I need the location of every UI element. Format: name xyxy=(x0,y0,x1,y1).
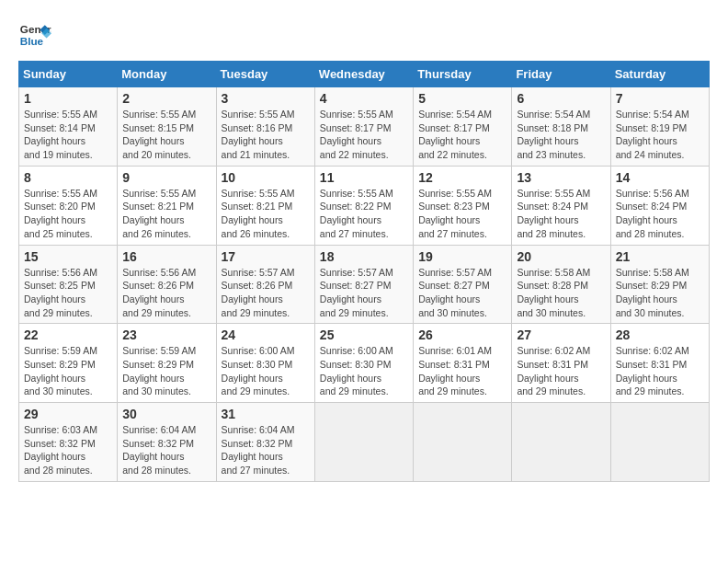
day-number: 26 xyxy=(418,327,506,342)
calendar-day-cell: 30 Sunrise: 6:04 AM Sunset: 8:32 PM Dayl… xyxy=(118,403,216,482)
calendar-day-cell: 20 Sunrise: 5:58 AM Sunset: 8:28 PM Dayl… xyxy=(512,245,610,324)
day-number: 4 xyxy=(320,91,408,106)
calendar-day-cell: 4 Sunrise: 5:55 AM Sunset: 8:17 PM Dayli… xyxy=(314,87,413,167)
day-info: Sunrise: 5:58 AM Sunset: 8:28 PM Dayligh… xyxy=(517,266,605,320)
calendar-day-cell: 11 Sunrise: 5:55 AM Sunset: 8:22 PM Dayl… xyxy=(314,166,413,245)
day-number: 11 xyxy=(320,170,408,185)
day-info: Sunrise: 5:56 AM Sunset: 8:26 PM Dayligh… xyxy=(122,266,210,320)
calendar-day-cell: 9 Sunrise: 5:55 AM Sunset: 8:21 PM Dayli… xyxy=(118,166,216,245)
day-number: 22 xyxy=(24,327,112,342)
calendar-day-cell: 28 Sunrise: 6:02 AM Sunset: 8:31 PM Dayl… xyxy=(610,324,709,403)
calendar-day-cell: 18 Sunrise: 5:57 AM Sunset: 8:27 PM Dayl… xyxy=(314,245,413,324)
weekday-header-thursday: Thursday xyxy=(414,62,512,87)
day-number: 5 xyxy=(418,91,506,106)
day-number: 29 xyxy=(24,407,112,421)
day-info: Sunrise: 5:57 AM Sunset: 8:27 PM Dayligh… xyxy=(320,266,408,320)
calendar-day-cell: 12 Sunrise: 5:55 AM Sunset: 8:23 PM Dayl… xyxy=(414,166,512,245)
day-info: Sunrise: 5:55 AM Sunset: 8:14 PM Dayligh… xyxy=(24,108,112,162)
calendar-day-cell: 15 Sunrise: 5:56 AM Sunset: 8:25 PM Dayl… xyxy=(19,245,118,324)
day-number: 18 xyxy=(320,249,408,264)
day-number: 6 xyxy=(517,91,605,106)
day-info: Sunrise: 5:55 AM Sunset: 8:23 PM Dayligh… xyxy=(418,187,506,241)
calendar-day-cell: 6 Sunrise: 5:54 AM Sunset: 8:18 PM Dayli… xyxy=(512,87,610,167)
day-number: 17 xyxy=(222,249,310,264)
calendar-day-cell: 14 Sunrise: 5:56 AM Sunset: 8:24 PM Dayl… xyxy=(610,166,709,245)
weekday-header-saturday: Saturday xyxy=(610,62,709,87)
day-info: Sunrise: 5:55 AM Sunset: 8:15 PM Dayligh… xyxy=(122,108,210,162)
day-number: 13 xyxy=(517,170,605,185)
calendar-week-row: 29 Sunrise: 6:03 AM Sunset: 8:32 PM Dayl… xyxy=(19,403,710,482)
day-number: 30 xyxy=(122,407,210,421)
calendar-day-cell xyxy=(512,403,610,482)
day-info: Sunrise: 5:55 AM Sunset: 8:20 PM Dayligh… xyxy=(24,187,112,241)
calendar-day-cell: 22 Sunrise: 5:59 AM Sunset: 8:29 PM Dayl… xyxy=(19,324,118,403)
calendar-day-cell: 27 Sunrise: 6:02 AM Sunset: 8:31 PM Dayl… xyxy=(512,324,610,403)
day-number: 1 xyxy=(24,91,112,106)
weekday-header-sunday: Sunday xyxy=(19,62,118,87)
logo: General Blue xyxy=(18,18,51,52)
day-info: Sunrise: 5:57 AM Sunset: 8:27 PM Dayligh… xyxy=(418,266,506,320)
day-info: Sunrise: 5:57 AM Sunset: 8:26 PM Dayligh… xyxy=(222,266,310,320)
calendar-day-cell: 13 Sunrise: 5:55 AM Sunset: 8:24 PM Dayl… xyxy=(512,166,610,245)
weekday-header-row: SundayMondayTuesdayWednesdayThursdayFrid… xyxy=(19,62,710,87)
day-number: 27 xyxy=(517,327,605,342)
day-info: Sunrise: 5:55 AM Sunset: 8:21 PM Dayligh… xyxy=(122,187,210,241)
day-info: Sunrise: 6:02 AM Sunset: 8:31 PM Dayligh… xyxy=(616,344,704,398)
day-info: Sunrise: 5:55 AM Sunset: 8:21 PM Dayligh… xyxy=(222,187,310,241)
calendar-week-row: 22 Sunrise: 5:59 AM Sunset: 8:29 PM Dayl… xyxy=(19,324,710,403)
weekday-header-monday: Monday xyxy=(118,62,216,87)
day-info: Sunrise: 5:56 AM Sunset: 8:24 PM Dayligh… xyxy=(616,187,704,241)
day-number: 9 xyxy=(122,170,210,185)
day-info: Sunrise: 5:58 AM Sunset: 8:29 PM Dayligh… xyxy=(616,266,704,320)
calendar-day-cell: 17 Sunrise: 5:57 AM Sunset: 8:26 PM Dayl… xyxy=(216,245,314,324)
day-info: Sunrise: 5:55 AM Sunset: 8:16 PM Dayligh… xyxy=(222,108,310,162)
calendar-day-cell: 29 Sunrise: 6:03 AM Sunset: 8:32 PM Dayl… xyxy=(19,403,118,482)
day-info: Sunrise: 5:55 AM Sunset: 8:17 PM Dayligh… xyxy=(320,108,408,162)
svg-text:Blue: Blue xyxy=(20,35,44,47)
weekday-header-tuesday: Tuesday xyxy=(216,62,314,87)
day-number: 3 xyxy=(222,91,310,106)
day-number: 7 xyxy=(616,91,704,106)
day-number: 23 xyxy=(122,327,210,342)
calendar-table: SundayMondayTuesdayWednesdayThursdayFrid… xyxy=(18,61,710,482)
calendar-week-row: 15 Sunrise: 5:56 AM Sunset: 8:25 PM Dayl… xyxy=(19,245,710,324)
calendar-day-cell: 7 Sunrise: 5:54 AM Sunset: 8:19 PM Dayli… xyxy=(610,87,709,167)
day-info: Sunrise: 5:54 AM Sunset: 8:17 PM Dayligh… xyxy=(418,108,506,162)
calendar-day-cell: 26 Sunrise: 6:01 AM Sunset: 8:31 PM Dayl… xyxy=(414,324,512,403)
page-header: General Blue xyxy=(18,18,710,52)
calendar-week-row: 8 Sunrise: 5:55 AM Sunset: 8:20 PM Dayli… xyxy=(19,166,710,245)
calendar-day-cell: 16 Sunrise: 5:56 AM Sunset: 8:26 PM Dayl… xyxy=(118,245,216,324)
day-info: Sunrise: 5:54 AM Sunset: 8:19 PM Dayligh… xyxy=(616,108,704,162)
day-number: 31 xyxy=(222,407,310,421)
calendar-day-cell: 25 Sunrise: 6:00 AM Sunset: 8:30 PM Dayl… xyxy=(314,324,413,403)
day-info: Sunrise: 6:03 AM Sunset: 8:32 PM Dayligh… xyxy=(24,423,112,477)
calendar-day-cell: 5 Sunrise: 5:54 AM Sunset: 8:17 PM Dayli… xyxy=(414,87,512,167)
calendar-day-cell: 24 Sunrise: 6:00 AM Sunset: 8:30 PM Dayl… xyxy=(216,324,314,403)
calendar-day-cell: 2 Sunrise: 5:55 AM Sunset: 8:15 PM Dayli… xyxy=(118,87,216,167)
day-info: Sunrise: 5:56 AM Sunset: 8:25 PM Dayligh… xyxy=(24,266,112,320)
day-info: Sunrise: 5:59 AM Sunset: 8:29 PM Dayligh… xyxy=(122,344,210,398)
day-number: 8 xyxy=(24,170,112,185)
day-number: 28 xyxy=(616,327,704,342)
calendar-day-cell xyxy=(610,403,709,482)
day-number: 14 xyxy=(616,170,704,185)
calendar-day-cell: 8 Sunrise: 5:55 AM Sunset: 8:20 PM Dayli… xyxy=(19,166,118,245)
day-number: 15 xyxy=(24,249,112,264)
day-info: Sunrise: 6:00 AM Sunset: 8:30 PM Dayligh… xyxy=(222,344,310,398)
day-number: 16 xyxy=(122,249,210,264)
calendar-day-cell: 31 Sunrise: 6:04 AM Sunset: 8:32 PM Dayl… xyxy=(216,403,314,482)
calendar-day-cell: 1 Sunrise: 5:55 AM Sunset: 8:14 PM Dayli… xyxy=(19,87,118,167)
day-number: 21 xyxy=(616,249,704,264)
day-number: 24 xyxy=(222,327,310,342)
day-info: Sunrise: 6:02 AM Sunset: 8:31 PM Dayligh… xyxy=(517,344,605,398)
day-info: Sunrise: 6:00 AM Sunset: 8:30 PM Dayligh… xyxy=(320,344,408,398)
day-info: Sunrise: 6:04 AM Sunset: 8:32 PM Dayligh… xyxy=(222,423,310,477)
day-number: 25 xyxy=(320,327,408,342)
calendar-day-cell: 3 Sunrise: 5:55 AM Sunset: 8:16 PM Dayli… xyxy=(216,87,314,167)
day-info: Sunrise: 6:04 AM Sunset: 8:32 PM Dayligh… xyxy=(122,423,210,477)
calendar-day-cell: 10 Sunrise: 5:55 AM Sunset: 8:21 PM Dayl… xyxy=(216,166,314,245)
day-number: 2 xyxy=(122,91,210,106)
day-info: Sunrise: 5:55 AM Sunset: 8:22 PM Dayligh… xyxy=(320,187,408,241)
weekday-header-wednesday: Wednesday xyxy=(314,62,413,87)
day-info: Sunrise: 5:54 AM Sunset: 8:18 PM Dayligh… xyxy=(517,108,605,162)
